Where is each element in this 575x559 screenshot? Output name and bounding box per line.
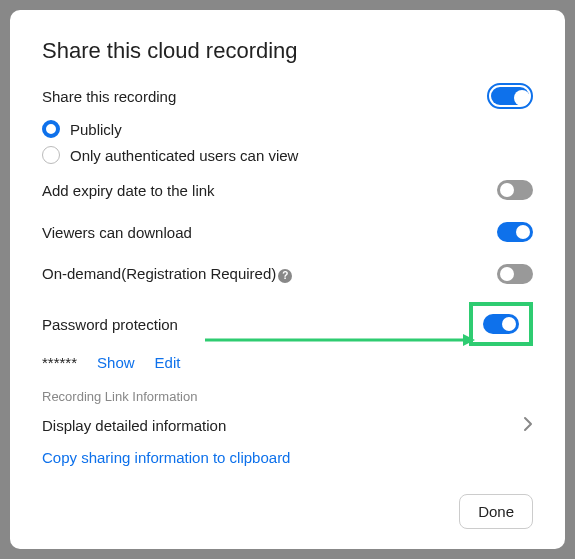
password-show-link[interactable]: Show: [97, 354, 135, 371]
display-info-label: Display detailed information: [42, 417, 226, 434]
password-edit-link[interactable]: Edit: [155, 354, 181, 371]
password-label: Password protection: [42, 316, 178, 333]
download-toggle[interactable]: [497, 222, 533, 242]
share-recording-row: Share this recording: [42, 82, 533, 110]
link-info-header: Recording Link Information: [42, 389, 533, 404]
expiry-toggle[interactable]: [497, 180, 533, 200]
share-recording-modal: Share this cloud recording Share this re…: [10, 10, 565, 549]
done-button[interactable]: Done: [459, 494, 533, 529]
help-icon[interactable]: ?: [278, 269, 292, 283]
password-value-row: ****** Show Edit: [42, 354, 533, 371]
modal-title: Share this cloud recording: [42, 38, 533, 64]
ondemand-label: On-demand(Registration Required)?: [42, 265, 292, 282]
copy-sharing-link[interactable]: Copy sharing information to clipboard: [42, 449, 290, 466]
radio-authenticated-label: Only authenticated users can view: [70, 147, 298, 164]
radio-publicly-label: Publicly: [70, 121, 122, 138]
expiry-row: Add expiry date to the link: [42, 176, 533, 204]
download-label: Viewers can download: [42, 224, 192, 241]
ondemand-row: On-demand(Registration Required)?: [42, 260, 533, 288]
password-mask: ******: [42, 354, 77, 371]
share-recording-toggle[interactable]: [487, 83, 533, 109]
modal-footer: Done: [459, 494, 533, 529]
visibility-radio-group: Publicly Only authenticated users can vi…: [42, 120, 533, 164]
download-row: Viewers can download: [42, 218, 533, 246]
radio-authenticated[interactable]: Only authenticated users can view: [42, 146, 533, 164]
password-toggle[interactable]: [483, 314, 519, 334]
radio-publicly[interactable]: Publicly: [42, 120, 533, 138]
display-info-row[interactable]: Display detailed information: [42, 414, 533, 437]
ondemand-text: On-demand(Registration Required): [42, 265, 276, 282]
ondemand-toggle[interactable]: [497, 264, 533, 284]
password-highlight: [469, 302, 533, 346]
chevron-right-icon: [523, 414, 533, 437]
radio-authenticated-indicator: [42, 146, 60, 164]
password-row: Password protection: [42, 302, 533, 346]
share-recording-label: Share this recording: [42, 88, 176, 105]
radio-publicly-indicator: [42, 120, 60, 138]
expiry-label: Add expiry date to the link: [42, 182, 215, 199]
